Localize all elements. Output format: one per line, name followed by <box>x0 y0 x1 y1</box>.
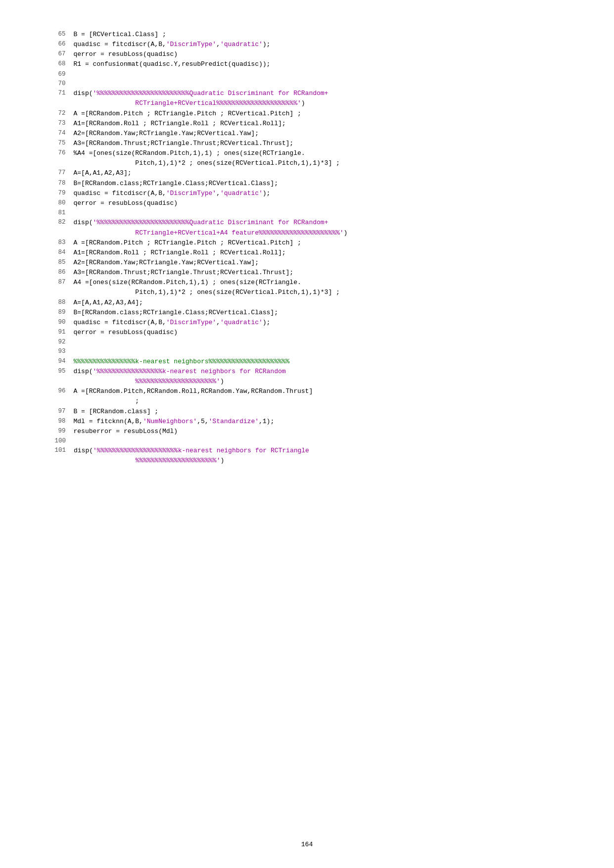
line-content: B = [RCRandom.class] ; <box>74 407 560 417</box>
token-kw: disp( <box>74 90 93 97</box>
code-line: 97B = [RCRandom.class] ; <box>55 407 560 417</box>
line-number: 97 <box>55 407 74 416</box>
code-line: 101disp('%%%%%%%%%%%%%%%%%%%%%k-nearest … <box>55 446 560 466</box>
line-number: 81 <box>55 208 74 218</box>
code-line: 84A1=[RCRandom.Roll ; RCTriangle.Roll ; … <box>55 248 560 258</box>
token-kw: , <box>216 319 220 326</box>
line-number: 78 <box>55 179 74 188</box>
page-container: 65B = [RCVertical.Class] ;66quadisc = fi… <box>35 0 579 831</box>
line-content: B=[RCRandom.class;RCTriangle.Class;RCVer… <box>74 179 560 189</box>
token-comment: %%%%%%%%%%%%%%%%k-nearest neighbors%%%%%… <box>74 358 290 365</box>
token-str: 'quadratic' <box>220 41 263 48</box>
token-kw: Mdl = fitcknn(A,B, <box>74 418 143 425</box>
token-kw: A4 =[ones(size(RCRandom.Pitch,1),1) ; on… <box>74 279 301 286</box>
token-str: 'NumNeighbors' <box>143 418 197 425</box>
token-kw: ) <box>220 457 224 464</box>
code-line: 80qerror = resubLoss(quadisc) <box>55 198 560 208</box>
code-block: 65B = [RCVertical.Class] ;66quadisc = fi… <box>55 30 560 466</box>
token-str: %%%%%%%%%%%%%%%%%%%%%' <box>104 457 220 464</box>
token-kw: A1=[RCRandom.Roll ; RCTriangle.Roll ; RC… <box>74 120 286 127</box>
code-line: 76%A4 =[ones(size(RCRandom.Pitch,1),1) ;… <box>55 148 560 168</box>
line-content: quadisc = fitcdiscr(A,B,'DiscrimType','q… <box>74 318 560 328</box>
token-str: 'DiscrimType' <box>166 41 216 48</box>
line-number: 73 <box>55 119 74 128</box>
token-kw: ) <box>344 229 348 237</box>
code-line: 70 <box>55 79 560 89</box>
token-kw: qerror = resubLoss(quadisc) <box>74 199 178 207</box>
line-number: 101 <box>55 446 74 455</box>
line-number: 79 <box>55 189 74 198</box>
line-number: 93 <box>55 347 74 356</box>
code-line: 100 <box>55 436 560 446</box>
token-kw: A3=[RCRandom.Thrust;RCTriangle.Thrust;RC… <box>74 140 294 147</box>
indent <box>74 397 104 405</box>
token-kw: ) <box>220 378 224 385</box>
line-number: 90 <box>55 318 74 327</box>
code-line: 88A=[A,A1,A2,A3,A4]; <box>55 298 560 308</box>
line-number: 84 <box>55 248 74 257</box>
line-number: 91 <box>55 328 74 337</box>
line-content: R1 = confusionmat(quadisc.Y,resubPredict… <box>74 59 560 69</box>
token-kw: ); <box>263 41 271 48</box>
line-number: 65 <box>55 30 74 39</box>
indent <box>74 229 104 237</box>
line-number: 77 <box>55 168 74 178</box>
line-number: 82 <box>55 218 74 227</box>
line-content: A2=[RCRandom.Yaw;RCTriangle.Yaw;RCVertic… <box>74 258 560 268</box>
token-kw: ,1); <box>259 418 274 425</box>
code-line: 98Mdl = fitcknn(A,B,'NumNeighbors',5,'St… <box>55 417 560 427</box>
token-kw: A2=[RCRandom.Yaw;RCTriangle.Yaw;RCVertic… <box>74 259 259 266</box>
token-kw: B=[RCRandom.class;RCTriangle.Class;RCVer… <box>74 309 278 316</box>
code-line: 85A2=[RCRandom.Yaw;RCTriangle.Yaw;RCVert… <box>55 258 560 268</box>
code-line: 74A2=[RCRandom.Yaw;RCTriangle.Yaw;RCVert… <box>55 129 560 139</box>
token-kw: resuberror = resubLoss(Mdl) <box>74 428 178 435</box>
token-kw: disp( <box>74 368 93 375</box>
indent <box>74 99 104 107</box>
line-number: 71 <box>55 89 74 98</box>
line-number: 88 <box>55 298 74 307</box>
token-str: 'DiscrimType' <box>166 190 216 197</box>
line-content: resuberror = resubLoss(Mdl) <box>74 427 560 436</box>
page-footer: 164 <box>0 831 614 868</box>
line-number: 96 <box>55 386 74 396</box>
line-content: A =[RCRandom.Pitch ; RCTriangle.Pitch ; … <box>74 238 560 248</box>
token-kw: B = [RCVertical.Class] ; <box>74 31 166 38</box>
line-number: 99 <box>55 427 74 436</box>
line-number: 70 <box>55 79 74 89</box>
line-number: 89 <box>55 308 74 317</box>
code-line: 78B=[RCRandom.class;RCTriangle.Class;RCV… <box>55 179 560 189</box>
line-number: 69 <box>55 70 74 79</box>
token-str: '%%%%%%%%%%%%%%%%%%%%%%%%Quadratic Discr… <box>93 219 329 226</box>
line-number: 74 <box>55 129 74 138</box>
token-kw: quadisc = fitcdiscr(A,B, <box>74 190 166 197</box>
indent <box>74 289 104 296</box>
token-kw: ); <box>263 319 271 326</box>
line-number: 67 <box>55 49 74 59</box>
code-line: 90quadisc = fitcdiscr(A,B,'DiscrimType',… <box>55 318 560 328</box>
token-str: '%%%%%%%%%%%%%%%%%%%%%k-nearest neighbor… <box>93 447 309 454</box>
token-kw: A2=[RCRandom.Yaw;RCTriangle.Yaw;RCVertic… <box>74 130 259 137</box>
token-kw: A=[A,A1,A2,A3]; <box>74 169 132 177</box>
code-line: 93 <box>55 347 560 356</box>
indent <box>74 457 104 464</box>
token-kw: A =[RCRandom.Pitch ; RCTriangle.Pitch ; … <box>74 239 301 246</box>
token-kw: A=[A,A1,A2,A3,A4]; <box>74 299 143 306</box>
line-content: A3=[RCRandom.Thrust;RCTriangle.Thrust;RC… <box>74 268 560 278</box>
line-content: A4 =[ones(size(RCRandom.Pitch,1),1) ; on… <box>74 278 560 297</box>
line-number: 86 <box>55 268 74 277</box>
line-content: A=[A,A1,A2,A3]; <box>74 168 560 178</box>
code-line: 95disp('%%%%%%%%%%%%%%%%%k-nearest neigh… <box>55 367 560 386</box>
code-line: 83A =[RCRandom.Pitch ; RCTriangle.Pitch … <box>55 238 560 248</box>
code-line: 71disp('%%%%%%%%%%%%%%%%%%%%%%%%Quadrati… <box>55 89 560 108</box>
code-line: 92 <box>55 338 560 347</box>
code-line: 77A=[A,A1,A2,A3]; <box>55 168 560 178</box>
line-content: A1=[RCRandom.Roll ; RCTriangle.Roll ; RC… <box>74 119 560 129</box>
code-line: 69 <box>55 70 560 79</box>
token-kw: B = [RCRandom.class] ; <box>74 408 159 415</box>
line-content: A2=[RCRandom.Yaw;RCTriangle.Yaw;RCVertic… <box>74 129 560 139</box>
line-number: 98 <box>55 417 74 426</box>
line-content: A =[RCRandom.Pitch ; RCTriangle.Pitch ; … <box>74 109 560 119</box>
line-number: 92 <box>55 338 74 347</box>
token-kw: A1=[RCRandom.Roll ; RCTriangle.Roll ; RC… <box>74 249 286 256</box>
token-kw: qerror = resubLoss(quadisc) <box>74 50 178 58</box>
